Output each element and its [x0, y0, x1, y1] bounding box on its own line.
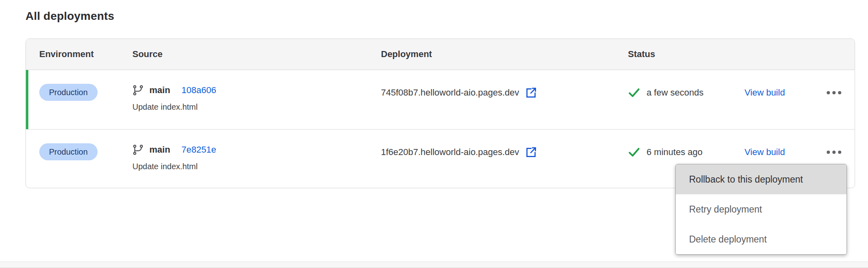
row-actions-button[interactable]: [827, 87, 841, 98]
deployment-cell: 1f6e20b7.helloworld-aio.pages.dev: [381, 130, 628, 158]
view-build-link[interactable]: View build: [745, 87, 812, 98]
deployment-row: Production main 108a606 Update index.htm…: [26, 70, 855, 129]
git-branch-icon: [132, 85, 144, 96]
external-link-icon[interactable]: [525, 146, 537, 158]
deployment-actions-menu: Rollback to this deployment Retry deploy…: [675, 164, 847, 255]
git-branch-icon: [132, 144, 144, 155]
status-time: a few seconds: [647, 87, 745, 98]
source-cell: main 108a606 Update index.html: [132, 70, 381, 112]
ellipsis-icon: [827, 91, 841, 94]
commit-message: Update index.html: [132, 162, 381, 171]
table-header: Environment Source Deployment Status: [26, 39, 855, 70]
branch-name: main: [149, 145, 170, 155]
commit-link[interactable]: 108a606: [181, 85, 216, 96]
branch-name: main: [149, 85, 170, 96]
column-header-deployment: Deployment: [381, 49, 628, 60]
environment-cell: Production: [39, 70, 132, 101]
deployment-url: 745f08b7.helloworld-aio.pages.dev: [381, 87, 519, 98]
status-time: 6 minutes ago: [647, 147, 745, 157]
commit-link[interactable]: 7e8251e: [181, 145, 216, 155]
column-header-environment: Environment: [39, 49, 132, 60]
check-icon: [628, 87, 640, 99]
column-header-source: Source: [132, 49, 381, 60]
menu-item-delete[interactable]: Delete deployment: [676, 224, 847, 254]
view-build-link[interactable]: View build: [745, 147, 812, 157]
menu-item-retry[interactable]: Retry deployment: [676, 194, 847, 224]
status-cell: 6 minutes ago View build: [628, 130, 855, 158]
page-section-divider: [0, 262, 868, 268]
column-header-status: Status: [628, 49, 855, 60]
menu-item-rollback[interactable]: Rollback to this deployment: [676, 164, 847, 194]
deployment-url: 1f6e20b7.helloworld-aio.pages.dev: [381, 147, 519, 157]
environment-badge: Production: [39, 84, 98, 101]
check-icon: [628, 146, 640, 158]
ellipsis-icon: [827, 151, 841, 154]
environment-badge: Production: [39, 143, 98, 160]
deployment-cell: 745f08b7.helloworld-aio.pages.dev: [381, 70, 628, 99]
commit-message: Update index.html: [132, 102, 381, 112]
row-actions-button[interactable]: [827, 147, 841, 158]
page-title: All deployments: [26, 10, 114, 23]
environment-cell: Production: [39, 130, 132, 160]
external-link-icon[interactable]: [525, 87, 537, 99]
source-cell: main 7e8251e Update index.html: [132, 130, 381, 171]
status-cell: a few seconds View build: [628, 70, 855, 99]
